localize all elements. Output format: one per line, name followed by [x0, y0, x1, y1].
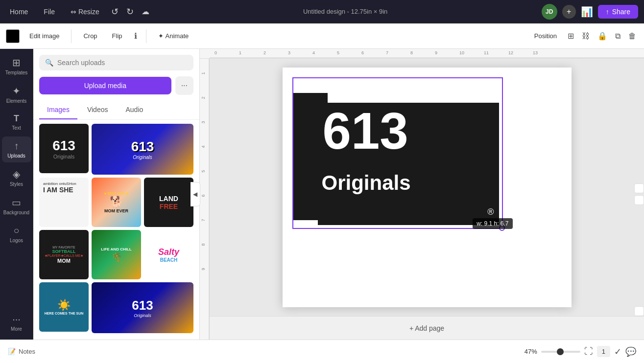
sidebar-item-label: Templates: [5, 70, 28, 75]
sidebar-item-templates[interactable]: ⊞ Templates: [2, 53, 31, 79]
image-grid: 613 Originals 613 Originals ambition onł…: [33, 120, 199, 337]
grid-item-label: 613: [131, 139, 154, 155]
svg-text:1: 1: [239, 50, 241, 55]
file-button[interactable]: File: [40, 6, 59, 18]
scroll-down-button[interactable]: ▼: [634, 195, 644, 205]
link-icon[interactable]: ⛓: [580, 30, 592, 43]
grid-item-label3: ★PLAYER★CALLS ME★: [45, 254, 84, 258]
sidebar-item-uploads[interactable]: ↑ Uploads: [2, 136, 31, 162]
notes-label: Notes: [19, 348, 35, 355]
sidebar-item-elements[interactable]: ✦ Elements: [2, 81, 31, 108]
zoom-control: 47% ⛶ 1 ✓ 💬: [525, 346, 636, 357]
list-item[interactable]: Salty BEACH: [144, 230, 193, 279]
upload-panel: 🔍 Upload media ··· Images Videos Audio: [33, 49, 200, 340]
animate-button[interactable]: ✦ Animate: [153, 30, 194, 42]
styles-icon: ◈: [13, 168, 20, 180]
add-page-button[interactable]: + Add page: [409, 324, 444, 332]
list-item[interactable]: LAND FREE: [144, 178, 193, 227]
checkmark-icon[interactable]: ✓: [614, 346, 621, 357]
secondbar: Edit image Crop Flip ℹ ✦ Animate Positio…: [0, 23, 644, 49]
list-item[interactable]: ★ BEST DOG ★ 🐕 MOM EVER: [92, 178, 141, 227]
tab-images[interactable]: Images: [39, 101, 77, 119]
scroll-up-button[interactable]: ▲: [634, 183, 644, 193]
svg-text:1: 1: [201, 72, 206, 74]
search-icon: 🔍: [45, 59, 53, 67]
sidebar-item-more[interactable]: ··· More: [2, 310, 31, 336]
canvas-content[interactable]: 613 Originals ® w: 9.1 h: 6.7: [210, 59, 644, 316]
comment-icon[interactable]: 💬: [625, 346, 636, 357]
design-element[interactable]: 613 Originals ®: [292, 77, 503, 229]
panel-hide-button[interactable]: ◀: [191, 182, 200, 206]
zoom-thumb: [557, 348, 564, 355]
design-title: Untitled design - 12.75in × 9in: [153, 8, 538, 15]
svg-text:10: 10: [459, 50, 464, 55]
search-input[interactable]: [57, 59, 188, 67]
notes-button[interactable]: 📝 Notes: [8, 348, 35, 355]
copy-icon[interactable]: ⧉: [613, 30, 622, 43]
topbar-right: JD + 📊 ↑ Share: [542, 4, 638, 20]
canvas-workspace[interactable]: 613 Originals ® w: 9.1 h: 6.7: [283, 68, 572, 307]
design-number-613: 613: [323, 105, 408, 157]
sidebar-item-label: Text: [12, 125, 21, 131]
sidebar-item-logos[interactable]: ○ Logos: [2, 221, 31, 247]
add-page-bar[interactable]: + Add page: [210, 316, 644, 340]
upload-btn-row: Upload media ···: [33, 76, 199, 101]
list-item[interactable]: 613 Originals: [92, 282, 193, 333]
redo-button[interactable]: ↻: [126, 6, 134, 17]
crop-button[interactable]: Crop: [78, 30, 102, 42]
svg-text:6: 6: [201, 194, 206, 197]
avatar[interactable]: JD: [542, 4, 557, 20]
grid-item-label: MY FAVORITE: [52, 246, 75, 249]
list-item[interactable]: LIFE AND CHILL 🌴: [92, 230, 141, 279]
svg-text:4: 4: [201, 145, 206, 148]
image-grid-scroll[interactable]: 613 Originals 613 Originals ambition onł…: [33, 120, 199, 340]
zoom-slider[interactable]: [541, 351, 580, 353]
home-button[interactable]: Home: [6, 6, 32, 18]
scroll-right-button[interactable]: ▶: [634, 306, 644, 316]
list-item[interactable]: 613 Originals: [92, 124, 193, 175]
edit-image-button[interactable]: Edit image: [24, 30, 64, 42]
position-button[interactable]: Position: [529, 30, 562, 42]
tab-audio[interactable]: Audio: [118, 101, 151, 119]
upload-media-button[interactable]: Upload media: [39, 77, 171, 94]
add-collaborator-button[interactable]: +: [562, 5, 576, 19]
list-item[interactable]: MY FAVORITE SOFTBALL ★PLAYER★CALLS ME★ M…: [39, 230, 89, 279]
svg-text:12: 12: [508, 50, 513, 55]
svg-text:13: 13: [533, 50, 538, 55]
zoom-level: 47%: [525, 348, 537, 355]
share-icon: ↑: [606, 8, 609, 16]
resize-button[interactable]: ⇔ Resize: [67, 6, 103, 18]
analytics-icon[interactable]: 📊: [581, 6, 593, 18]
sidebar-item-background[interactable]: ▭ Background: [2, 193, 31, 219]
lock-icon[interactable]: 🔒: [596, 29, 609, 43]
ruler-side-svg: 1 2 3 4 5 6 7 8 9: [200, 59, 210, 340]
svg-text:8: 8: [410, 50, 413, 55]
uploads-icon: ↑: [14, 140, 19, 152]
delete-icon[interactable]: 🗑: [626, 30, 638, 43]
info-icon[interactable]: ℹ: [132, 29, 139, 43]
design-black-box: 613 Originals ®: [318, 103, 499, 225]
upload-panel-container: 🔍 Upload media ··· Images Videos Audio: [33, 49, 200, 340]
list-item[interactable]: ambition onłuSHon I AM SHE: [39, 178, 89, 227]
svg-text:2: 2: [263, 50, 266, 55]
share-button[interactable]: ↑ Share: [598, 5, 638, 19]
svg-text:0: 0: [215, 50, 217, 55]
list-item[interactable]: ☀️ HERE COMES THE SUN: [39, 282, 89, 332]
color-swatch[interactable]: [6, 29, 20, 43]
page-number: 1: [597, 346, 610, 357]
svg-text:9: 9: [201, 268, 206, 270]
undo-button[interactable]: ↺: [111, 6, 119, 17]
more-options-button[interactable]: ···: [175, 76, 193, 95]
sidebar-item-styles[interactable]: ◈ Styles: [2, 164, 31, 191]
ruler-side: 1 2 3 4 5 6 7 8 9: [200, 59, 210, 340]
sidebar-item-label: More: [11, 326, 22, 332]
list-item[interactable]: 613 Originals: [39, 124, 89, 173]
sidebar-item-text[interactable]: T Text: [2, 110, 31, 135]
expand-icon[interactable]: ⛶: [584, 346, 593, 357]
tab-videos[interactable]: Videos: [79, 101, 116, 119]
elements-icon: ✦: [12, 85, 21, 97]
resize-icon: ⇔: [71, 8, 76, 16]
grid-icon[interactable]: ⊞: [566, 29, 576, 43]
grid-item-label: MOM EVER: [104, 208, 128, 213]
flip-button[interactable]: Flip: [107, 30, 127, 42]
